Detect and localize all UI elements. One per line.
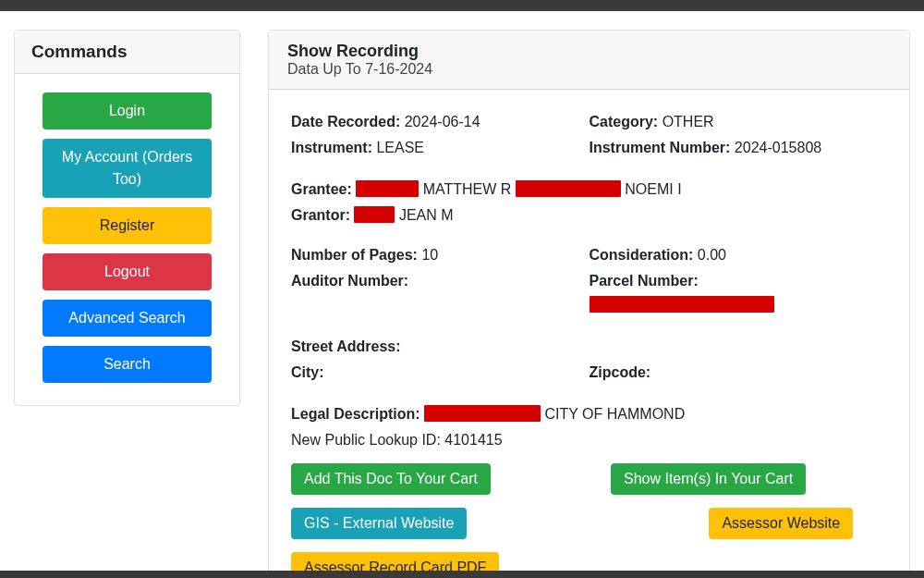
instrument-value: LEASE (376, 140, 424, 155)
grantee-part2: NOEMI I (625, 181, 681, 197)
city-label: City: (291, 364, 324, 380)
recording-subtitle: Data Up To 7-16-2024 (287, 61, 891, 78)
search-button[interactable]: Search (43, 346, 212, 383)
instrument-label: Instrument: (291, 140, 372, 155)
logout-button[interactable]: Logout (43, 253, 212, 290)
block-address: Street Address: City: Zipcode: (291, 335, 887, 386)
block-details: Number of Pages: 10 Auditor Number: Cons… (291, 243, 887, 318)
recording-title: Show Recording (287, 42, 891, 61)
redacted-text (516, 180, 621, 197)
bottom-bar (0, 571, 924, 578)
street-address-label: Street Address: (291, 338, 401, 354)
date-recorded-value: 2024-06-14 (405, 114, 480, 129)
date-recorded-label: Date Recorded: (291, 114, 400, 129)
auditor-number-label: Auditor Number: (291, 273, 408, 289)
action-row-1: Add This Doc To Your Cart Show Item(s) I… (291, 463, 887, 495)
assessor-website-button[interactable]: Assessor Website (709, 508, 853, 539)
legal-description-label: Legal Description: (291, 406, 420, 422)
advanced-search-button[interactable]: Advanced Search (43, 300, 212, 337)
lookup-id-label: New Public Lookup ID: (291, 432, 441, 448)
register-button[interactable]: Register (43, 207, 212, 244)
block-parties: Grantee: MATTHEW R NOEMI I Grantor: JEAN… (291, 178, 887, 227)
block-basic: Date Recorded: 2024-06-14 Instrument: LE… (291, 110, 887, 161)
add-to-cart-button[interactable]: Add This Doc To Your Cart (291, 463, 491, 495)
redacted-text (354, 206, 395, 223)
lookup-id-value: 4101415 (444, 432, 502, 448)
top-bar (0, 0, 924, 11)
grantee-part1: MATTHEW R (423, 181, 512, 197)
my-account-button[interactable]: My Account (Orders Too) (43, 139, 212, 198)
gis-website-button[interactable]: GIS - External Website (291, 508, 467, 539)
block-legal: Legal Description: CITY OF HAMMOND New P… (291, 402, 887, 451)
legal-description-tail: CITY OF HAMMOND (544, 406, 685, 422)
commands-body: Login My Account (Orders Too) Register L… (15, 74, 239, 405)
num-pages-value: 10 (421, 247, 438, 263)
category-label: Category: (590, 114, 659, 129)
instrument-number-label: Instrument Number: (590, 140, 731, 155)
recording-header: Show Recording Data Up To 7-16-2024 (269, 31, 909, 90)
zipcode-label: Zipcode: (590, 364, 651, 380)
action-row-2: GIS - External Website Assessor Website (291, 508, 887, 539)
page-container: Commands Login My Account (Orders Too) R… (0, 11, 924, 578)
recording-panel: Show Recording Data Up To 7-16-2024 Date… (268, 30, 910, 578)
instrument-number-value: 2024-015808 (735, 140, 821, 155)
show-cart-button[interactable]: Show Item(s) In Your Cart (611, 463, 806, 495)
grantor-label: Grantor: (291, 207, 350, 223)
commands-title: Commands (15, 31, 239, 74)
consideration-value: 0.00 (698, 247, 726, 263)
login-button[interactable]: Login (43, 92, 212, 129)
num-pages-label: Number of Pages: (291, 247, 418, 263)
commands-panel: Commands Login My Account (Orders Too) R… (14, 30, 240, 406)
parcel-number-label: Parcel Number: (590, 273, 699, 289)
grantee-label: Grantee: (291, 181, 352, 197)
redacted-text (356, 180, 419, 197)
consideration-label: Consideration: (590, 247, 694, 263)
recording-body: Date Recorded: 2024-06-14 Instrument: LE… (269, 90, 909, 578)
redacted-text (590, 296, 774, 313)
grantor-part1: JEAN M (399, 207, 454, 223)
redacted-text (424, 405, 541, 422)
category-value: OTHER (663, 114, 714, 129)
